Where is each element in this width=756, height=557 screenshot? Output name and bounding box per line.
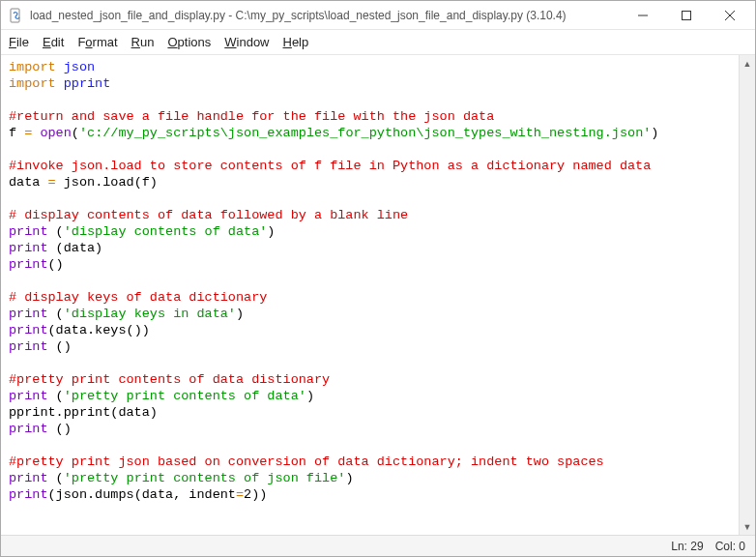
code-line: import json	[9, 59, 733, 75]
code-line: print ('display keys in data')	[9, 306, 733, 322]
menu-file[interactable]: File	[9, 35, 29, 49]
menu-help[interactable]: Help	[283, 35, 309, 49]
menubar: FileEditFormatRunOptionsWindowHelp	[1, 30, 755, 55]
code-line: pprint.pprint(data)	[9, 404, 733, 421]
code-line: # display keys of data dictionary	[9, 289, 733, 306]
status-line: Ln: 29	[671, 540, 703, 553]
code-line: print ('display contents of data')	[9, 223, 733, 240]
code-line: # display contents of data followed by a…	[9, 207, 733, 223]
code-line: print ()	[9, 338, 733, 355]
statusbar: Ln: 29 Col: 0	[1, 535, 755, 556]
status-col-label: Col:	[715, 540, 736, 553]
code-line: import pprint	[9, 75, 733, 92]
code-line: print (data)	[9, 240, 733, 256]
code-line: #return and save a file handle for the f…	[9, 108, 733, 125]
code-line: #pretty print contents of data distionar…	[9, 371, 733, 388]
window-title: load_nested_json_file_and_display.py - C…	[30, 9, 567, 22]
code-line: print ('pretty print contents of json fi…	[9, 470, 733, 486]
code-line: data = json.load(f)	[9, 174, 733, 191]
code-line: #pretty print json based on conversion o…	[9, 454, 733, 470]
code-line: print ()	[9, 421, 733, 437]
code-line: f = open('c://my_py_scripts\json_example…	[9, 125, 733, 141]
code-line	[9, 191, 733, 207]
status-col-value: 0	[739, 540, 745, 553]
status-col: Col: 0	[715, 540, 745, 553]
menu-run[interactable]: Run	[131, 35, 155, 49]
python-file-icon	[9, 8, 24, 23]
svg-rect-0	[11, 9, 19, 22]
minimize-button[interactable]	[621, 1, 664, 29]
menu-edit[interactable]: Edit	[43, 35, 64, 49]
code-line	[9, 273, 733, 289]
status-line-label: Ln:	[671, 540, 687, 553]
code-line: print()	[9, 256, 733, 273]
code-editor[interactable]: import jsonimport pprint #return and sav…	[1, 55, 739, 535]
code-line: print ('pretty print contents of data')	[9, 388, 733, 404]
menu-options[interactable]: Options	[167, 35, 211, 49]
scroll-down-icon[interactable]: ▼	[740, 518, 755, 535]
svg-rect-2	[682, 11, 690, 19]
editor-area: import jsonimport pprint #return and sav…	[1, 55, 755, 535]
vertical-scrollbar[interactable]: ▲ ▼	[739, 55, 755, 535]
titlebar: load_nested_json_file_and_display.py - C…	[1, 1, 755, 30]
code-line	[9, 355, 733, 371]
code-line: #invoke json.load to store contents of f…	[9, 158, 733, 174]
maximize-button[interactable]	[664, 1, 708, 29]
code-line	[9, 92, 733, 108]
close-button[interactable]	[708, 1, 751, 29]
code-line: print(data.keys())	[9, 322, 733, 338]
scroll-up-icon[interactable]: ▲	[740, 55, 755, 72]
status-line-value: 29	[690, 540, 703, 553]
code-line	[9, 141, 733, 158]
menu-format[interactable]: Format	[77, 35, 117, 49]
code-line: print(json.dumps(data, indent=2))	[9, 486, 733, 503]
menu-window[interactable]: Window	[224, 35, 269, 49]
window-controls	[621, 1, 751, 29]
code-line	[9, 437, 733, 454]
